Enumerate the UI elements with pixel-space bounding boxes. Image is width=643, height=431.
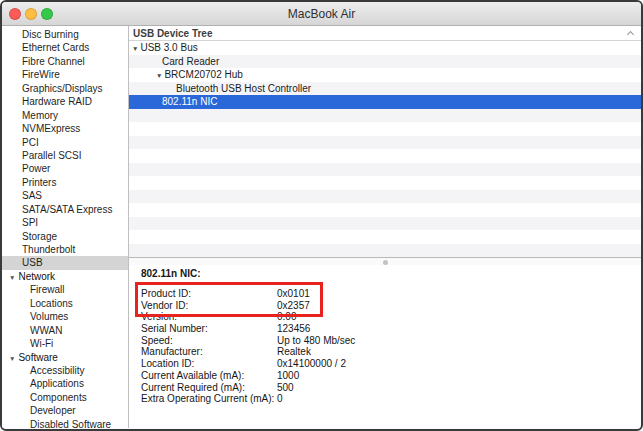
sidebar-item-pci[interactable]: PCI: [2, 136, 128, 149]
sidebar-item-accessibility[interactable]: Accessibility: [2, 364, 128, 377]
detail-label: Product ID:: [141, 288, 277, 300]
sidebar-item-developer[interactable]: Developer: [2, 404, 128, 417]
detail-label: Version:: [141, 311, 277, 323]
sidebar-item-label: Network: [18, 270, 55, 283]
disclosure-triangle-icon[interactable]: ▼: [9, 351, 15, 364]
sidebar-item-memory[interactable]: Memory: [2, 109, 128, 122]
tree-row-empty[interactable]: [129, 163, 641, 177]
sidebar-item-usb[interactable]: USB: [2, 256, 128, 269]
tree-row-empty[interactable]: [129, 244, 641, 258]
sidebar-item-hardware-raid[interactable]: Hardware RAID: [2, 95, 128, 108]
sidebar-item-label: Wi-Fi: [30, 337, 53, 350]
disclosure-triangle-icon[interactable]: ▼: [9, 270, 15, 283]
sidebar-item-label: Disabled Software: [30, 418, 111, 428]
title-bar[interactable]: MacBook Air: [2, 2, 641, 26]
sidebar-item-ethernet-cards[interactable]: Ethernet Cards: [2, 41, 128, 54]
device-tree-column-header[interactable]: USB Device Tree: [129, 26, 641, 41]
tree-row-empty[interactable]: [129, 217, 641, 231]
detail-label: Serial Number:: [141, 323, 277, 335]
sidebar-item-label: SPI: [22, 216, 38, 229]
sidebar-item-label: Parallel SCSI: [22, 149, 81, 162]
sidebar-item-storage[interactable]: Storage: [2, 230, 128, 243]
tree-row-empty[interactable]: [129, 203, 641, 217]
sidebar-item-parallel-scsi[interactable]: Parallel SCSI: [2, 149, 128, 162]
sidebar: Disc BurningEthernet CardsFibre ChannelF…: [2, 26, 129, 428]
sidebar-item-spi[interactable]: SPI: [2, 216, 128, 229]
sidebar-item-label: Applications: [30, 377, 84, 390]
detail-row-serial-number: Serial Number:123456: [141, 323, 641, 335]
sidebar-item-locations[interactable]: Locations: [2, 297, 128, 310]
sidebar-item-wwan[interactable]: WWAN: [2, 324, 128, 337]
detail-value: 0x14100000 / 2: [277, 358, 641, 370]
sidebar-item-label: Ethernet Cards: [22, 41, 89, 54]
sidebar-item-label: SAS: [22, 189, 42, 202]
zoom-button[interactable]: [41, 8, 53, 20]
device-tree-header-label: USB Device Tree: [133, 28, 213, 39]
sidebar-item-thunderbolt[interactable]: Thunderbolt: [2, 243, 128, 256]
disclosure-triangle-icon[interactable]: ▼: [132, 42, 138, 55]
sidebar-item-fibre-channel[interactable]: Fibre Channel: [2, 55, 128, 68]
sidebar-item-firewall[interactable]: Firewall: [2, 283, 128, 296]
sidebar-item-disabled-software[interactable]: Disabled Software: [2, 418, 128, 428]
sidebar-item-label: Software: [18, 351, 57, 364]
sidebar-item-label: Firewall: [30, 283, 64, 296]
disclosure-triangle-icon[interactable]: ▼: [156, 69, 162, 82]
sidebar-item-label: WWAN: [30, 324, 62, 337]
sidebar-item-sata-sata-express[interactable]: SATA/SATA Express: [2, 203, 128, 216]
main-panel: USB Device Tree ▼USB 3.0 BusCard Reader▼…: [129, 26, 641, 428]
sidebar-item-network[interactable]: ▼Network: [2, 270, 128, 283]
tree-row-label: USB 3.0 Bus: [140, 41, 197, 55]
sidebar-item-components[interactable]: Components: [2, 391, 128, 404]
minimize-button[interactable]: [25, 8, 37, 20]
detail-label: Current Available (mA):: [141, 370, 277, 382]
sidebar-item-label: Graphics/Displays: [22, 82, 103, 95]
detail-row-vendor-id: Vendor ID:0x2357: [141, 300, 641, 312]
tree-row-label: Bluetooth USB Host Controller: [176, 82, 311, 96]
detail-value: 123456: [277, 323, 641, 335]
detail-value: 0x0101: [277, 288, 641, 300]
sidebar-item-label: Printers: [22, 176, 56, 189]
tree-row-empty[interactable]: [129, 176, 641, 190]
tree-row-usb-3-0-bus[interactable]: ▼USB 3.0 Bus: [129, 41, 641, 55]
device-detail-panel: 802.11n NIC: Product ID:0x0101Vendor ID:…: [129, 265, 641, 428]
sidebar-item-volumes[interactable]: Volumes: [2, 310, 128, 323]
detail-value: Up to 480 Mb/sec: [277, 335, 641, 347]
splitter-handle-icon[interactable]: [383, 260, 388, 265]
detail-row-extra-operating-current-ma: Extra Operating Current (mA):0: [141, 393, 641, 405]
sidebar-item-label: Components: [30, 391, 87, 404]
detail-row-product-id: Product ID:0x0101: [141, 288, 641, 300]
chevron-up-icon[interactable]: [627, 31, 634, 38]
sidebar-item-printers[interactable]: Printers: [2, 176, 128, 189]
sidebar-item-applications[interactable]: Applications: [2, 377, 128, 390]
detail-row-current-available-ma: Current Available (mA):1000: [141, 370, 641, 382]
detail-value: 0x2357: [277, 300, 641, 312]
tree-row-bluetooth-usb-host-controller[interactable]: Bluetooth USB Host Controller: [129, 82, 641, 96]
sidebar-item-software[interactable]: ▼Software: [2, 351, 128, 364]
close-button[interactable]: [9, 8, 21, 20]
tree-row-brcm20702-hub[interactable]: ▼BRCM20702 Hub: [129, 68, 641, 82]
panel-splitter[interactable]: [129, 257, 641, 265]
sidebar-item-firewire[interactable]: FireWire: [2, 68, 128, 81]
tree-row-802-11n-nic[interactable]: 802.11n NIC: [129, 95, 641, 109]
sidebar-item-graphics-displays[interactable]: Graphics/Displays: [2, 82, 128, 95]
detail-label: Location ID:: [141, 358, 277, 370]
sidebar-item-power[interactable]: Power: [2, 162, 128, 175]
sidebar-item-label: Thunderbolt: [22, 243, 75, 256]
tree-row-empty[interactable]: [129, 190, 641, 204]
tree-row-empty[interactable]: [129, 136, 641, 150]
tree-row-card-reader[interactable]: Card Reader: [129, 55, 641, 69]
detail-row-location-id: Location ID:0x14100000 / 2: [141, 358, 641, 370]
detail-value: 0: [277, 393, 641, 405]
sidebar-item-disc-burning[interactable]: Disc Burning: [2, 28, 128, 41]
detail-row-speed: Speed:Up to 480 Mb/sec: [141, 335, 641, 347]
tree-row-empty[interactable]: [129, 109, 641, 123]
tree-row-empty[interactable]: [129, 149, 641, 163]
detail-row-current-required-ma: Current Required (mA):500: [141, 382, 641, 394]
sidebar-item-nvmexpress[interactable]: NVMExpress: [2, 122, 128, 135]
tree-row-empty[interactable]: [129, 230, 641, 244]
detail-value: 500: [277, 382, 641, 394]
sidebar-item-label: Developer: [30, 404, 76, 417]
sidebar-item-wi-fi[interactable]: Wi-Fi: [2, 337, 128, 350]
tree-row-empty[interactable]: [129, 122, 641, 136]
sidebar-item-sas[interactable]: SAS: [2, 189, 128, 202]
